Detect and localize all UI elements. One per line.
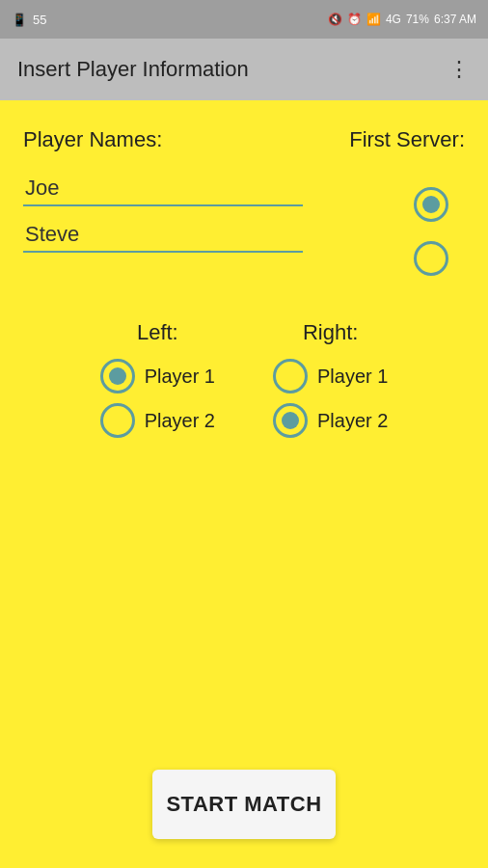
players-row — [23, 170, 465, 285]
right-player2-label: Player 2 — [317, 410, 388, 432]
right-player2-option[interactable]: Player 2 — [273, 403, 388, 438]
left-player1-option[interactable]: Player 1 — [100, 359, 215, 393]
player2-name-input[interactable] — [23, 216, 303, 253]
alarm-icon: ⏰ — [347, 13, 362, 26]
right-player1-radio[interactable] — [273, 359, 308, 393]
right-player2-radio[interactable] — [273, 403, 308, 438]
battery-icon: 71% — [406, 13, 429, 26]
signal-icon: 4G — [386, 13, 401, 26]
player-names-heading: Player Names: — [23, 127, 162, 152]
player1-server-radio[interactable] — [414, 187, 448, 222]
player2-server-radio-wrap — [414, 231, 448, 285]
left-player1-label: Player 1 — [145, 366, 215, 388]
left-player2-option[interactable]: Player 2 — [100, 403, 215, 438]
left-label: Left: — [137, 320, 178, 345]
main-content: Player Names: First Server: — [0, 100, 488, 868]
sim-icon: 📱 — [12, 13, 27, 27]
time-display: 6:37 AM — [434, 13, 476, 26]
app-bar: Insert Player Information ⋮ — [0, 39, 488, 100]
right-label: Right: — [303, 320, 358, 345]
battery-level: 55 — [33, 13, 46, 27]
left-position-group: Left: Player 1 Player 2 — [100, 320, 215, 438]
player1-name-input[interactable] — [23, 170, 303, 206]
first-server-radio-column — [397, 170, 465, 285]
status-bar-right: 🔇 ⏰ 📶 4G 71% 6:37 AM — [328, 13, 476, 26]
right-player1-option[interactable]: Player 1 — [273, 359, 388, 393]
wifi-icon: 📶 — [366, 13, 381, 26]
player2-server-radio[interactable] — [414, 241, 448, 276]
player-inputs — [23, 170, 397, 262]
status-bar-left: 📱 55 — [12, 13, 46, 27]
status-bar: 📱 55 🔇 ⏰ 📶 4G 71% 6:37 AM — [0, 0, 488, 39]
player2-input-group — [23, 216, 397, 253]
overflow-menu-icon[interactable]: ⋮ — [448, 57, 471, 82]
left-player2-radio[interactable] — [100, 403, 135, 438]
right-player1-label: Player 1 — [317, 366, 388, 388]
right-position-group: Right: Player 1 Player 2 — [273, 320, 388, 438]
mute-icon: 🔇 — [328, 13, 342, 26]
section-headings: Player Names: First Server: — [23, 127, 465, 152]
start-match-button[interactable]: START MATCH — [152, 770, 336, 839]
left-player2-label: Player 2 — [145, 410, 215, 432]
left-player1-radio[interactable] — [100, 359, 135, 393]
app-bar-title: Insert Player Information — [17, 57, 249, 82]
player1-server-radio-wrap — [414, 177, 448, 231]
player1-input-group — [23, 170, 397, 206]
positions-section: Left: Player 1 Player 2 Right: Player 1 … — [23, 320, 465, 438]
first-server-heading: First Server: — [349, 127, 465, 152]
